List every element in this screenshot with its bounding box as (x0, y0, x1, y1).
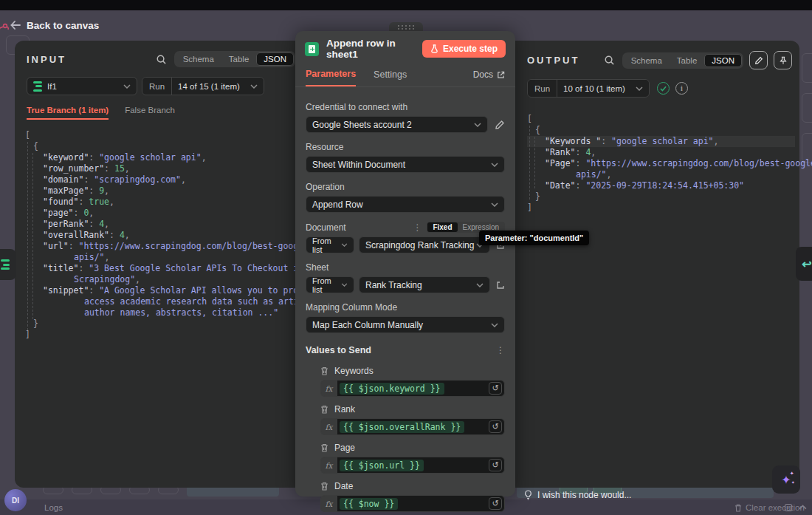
output-panel: OUTPUT Schema Table JSON Run 10 of 10 (1… (515, 41, 799, 488)
execute-step-button[interactable]: Execute step (422, 40, 506, 58)
canvas-node-ghost (802, 93, 812, 123)
fx-indicator: fx (320, 418, 337, 435)
output-json-view[interactable]: [{"Keywords ": "google scholar api","Ran… (515, 111, 799, 214)
tab-json[interactable]: JSON (704, 54, 742, 67)
delete-column-icon[interactable] (320, 482, 328, 491)
tab-table[interactable]: Table (670, 54, 705, 67)
output-node-chip[interactable]: ↩ (796, 247, 812, 281)
sheet-label: Sheet (306, 262, 505, 273)
delete-column-icon[interactable] (320, 405, 328, 414)
chevron-down-icon (123, 84, 131, 89)
resource-label: Resource (306, 142, 505, 152)
tab-parameters[interactable]: Parameters (306, 69, 356, 86)
avatar[interactable]: DI (4, 489, 27, 511)
window-top-strip (0, 0, 812, 10)
search-icon[interactable] (156, 54, 167, 65)
value-row-rank: Rank fx {{ $json.overallRank }} ↺ (320, 404, 505, 435)
external-link-icon (497, 71, 505, 79)
edit-credential-icon[interactable] (495, 120, 505, 130)
indent-guide (534, 137, 535, 188)
input-run-selector[interactable]: Run 14 of 15 (1 item) (142, 77, 264, 95)
node-settings-panel: Append row in sheet1 Execute step Parame… (295, 31, 515, 497)
tab-schema[interactable]: Schema (176, 52, 221, 66)
chat-panel-icon[interactable] (784, 503, 793, 512)
parameter-tooltip: Parameter: "documentId" (479, 231, 589, 245)
chevron-down-icon (474, 123, 481, 127)
expression-input-page[interactable]: {{ $json.url }} ↺ (337, 457, 505, 474)
toggle-fixed[interactable]: Fixed (427, 222, 457, 232)
search-icon[interactable] (604, 55, 615, 66)
n8n-node-detail-view: Back to canvas INPUT Schema Table JSON (0, 0, 812, 515)
operation-select[interactable]: Append Row (306, 196, 505, 213)
pin-data-button[interactable] (774, 51, 792, 69)
ai-assistant-button[interactable]: ✦✦✦ (772, 465, 800, 494)
input-panel: INPUT Schema Table JSON If1 Run 14 of 1 (15, 41, 303, 488)
tab-false-branch[interactable]: False Branch (125, 106, 175, 120)
reset-value-icon[interactable]: ↺ (489, 459, 502, 471)
docs-link[interactable]: Docs (473, 69, 505, 86)
output-run-selector[interactable]: Run 10 of 10 (1 item) (527, 79, 650, 98)
chevron-down-icon (491, 163, 498, 167)
input-node-selector[interactable]: If1 (27, 77, 137, 95)
resource-select[interactable]: Sheet Within Document (306, 156, 505, 173)
sheet-mode-select[interactable]: From list (306, 276, 354, 293)
chevron-down-icon (636, 86, 643, 91)
logs-label[interactable]: Logs (44, 503, 63, 512)
credential-label: Credential to connect with (306, 102, 505, 112)
fx-indicator: fx (320, 380, 337, 397)
tab-table[interactable]: Table (221, 52, 257, 66)
tab-settings[interactable]: Settings (374, 69, 407, 86)
output-panel-title: OUTPUT (527, 55, 579, 66)
node-feedback-prompt[interactable]: I wish this node would... (524, 490, 631, 500)
input-panel-title: INPUT (27, 54, 66, 65)
value-row-page: Page fx {{ $json.url }} ↺ (320, 443, 505, 474)
expression-input-keywords[interactable]: {{ $json.keyword }} ↺ (337, 380, 505, 397)
sparkles-icon: ✦✦✦ (781, 473, 791, 487)
chevron-down-icon (341, 283, 348, 287)
clear-execution-button[interactable]: Clear execution (734, 503, 805, 512)
value-row-keywords: Keywords fx {{ $json.keyword }} ↺ (320, 366, 505, 397)
delete-column-icon[interactable] (320, 366, 328, 375)
input-node-name: If1 (47, 82, 57, 91)
delete-column-icon[interactable] (320, 443, 328, 452)
document-label: Document (306, 222, 346, 233)
canvas-node-ghost (802, 53, 812, 83)
chevron-down-icon (250, 84, 258, 89)
run-label: Run (142, 78, 172, 95)
credential-select[interactable]: Google Sheets account 2 (306, 116, 488, 133)
tab-json[interactable]: JSON (256, 52, 294, 66)
reset-value-icon[interactable]: ↺ (489, 420, 502, 433)
back-to-canvas-label[interactable]: Back to canvas (27, 20, 99, 31)
output-view-tabs: Schema Table JSON (622, 52, 743, 69)
indent-guide (27, 142, 28, 330)
node-title: Append row in sheet1 (326, 38, 422, 60)
if-node-icon (1, 259, 10, 270)
mapping-mode-label: Mapping Column Mode (306, 302, 505, 313)
mapping-mode-select[interactable]: Map Each Column Manually (306, 316, 505, 333)
open-sheet-icon[interactable] (496, 281, 505, 290)
if-node-icon (33, 81, 42, 92)
options-menu-icon[interactable]: ⋮ (413, 222, 422, 233)
indent-guide (32, 153, 33, 319)
expression-input-date[interactable]: {{ $now }} ↺ (337, 495, 505, 512)
chevron-down-icon (476, 283, 484, 287)
reset-value-icon[interactable]: ↺ (489, 382, 502, 395)
options-menu-icon[interactable]: ⋮ (496, 345, 505, 355)
lightbulb-icon (524, 490, 532, 500)
reset-value-icon[interactable]: ↺ (489, 497, 502, 510)
collapse-chevron-icon[interactable] (799, 505, 807, 510)
edit-output-button[interactable] (749, 51, 768, 69)
input-node-chip-if[interactable] (0, 249, 16, 280)
expression-input-rank[interactable]: {{ $json.overallRank }} ↺ (337, 418, 505, 435)
document-select[interactable]: Scrapingdog Rank Tracking (359, 236, 490, 253)
run-value: 14 of 15 (1 item) (178, 82, 240, 91)
info-icon[interactable]: i (675, 82, 688, 95)
sheet-select[interactable]: Rank Tracking (359, 276, 490, 293)
values-to-send-label: Values to Send (306, 345, 371, 355)
document-mode-select[interactable]: From list (306, 236, 354, 253)
value-row-date: Date fx {{ $now }} ↺ [DateTime: 2025-09-… (320, 481, 505, 515)
back-arrow-icon[interactable] (10, 21, 21, 30)
tab-schema[interactable]: Schema (624, 54, 670, 67)
tab-true-branch[interactable]: True Branch (1 item) (27, 106, 109, 120)
input-json-view[interactable]: [{"keyword": "google scholar api","row_n… (15, 127, 303, 341)
